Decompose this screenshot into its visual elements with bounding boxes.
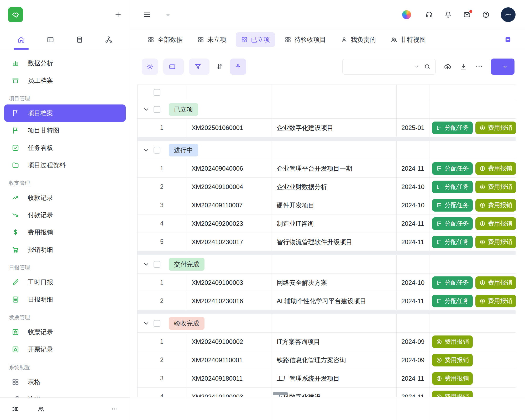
sidebar-item[interactable]: 任务看板	[4, 139, 126, 156]
users-icon	[37, 405, 45, 413]
upload-icon[interactable]	[444, 63, 452, 71]
sidebar-item[interactable]: 开票记录	[4, 341, 126, 358]
view-tab[interactable]: 全部数据	[142, 32, 188, 47]
assign-task-button[interactable]: 分配任务	[432, 199, 473, 212]
add-data-button[interactable]	[491, 59, 514, 75]
expense-button[interactable]: 费用报销	[475, 181, 516, 193]
sidebar-item[interactable]: 日报明细	[4, 291, 126, 308]
group-checkbox[interactable]	[154, 261, 160, 268]
view-tab[interactable]: 待验收项目	[279, 32, 331, 47]
chevron-down-icon[interactable]	[143, 146, 150, 154]
group-header-row: 验收完成	[137, 314, 516, 333]
avatar[interactable]	[501, 7, 516, 22]
expense-button[interactable]: 费用报销	[475, 236, 516, 248]
assign-task-button[interactable]: 分配任务	[432, 276, 473, 289]
board-icon	[12, 144, 19, 152]
download-icon[interactable]	[459, 63, 467, 71]
select-all-checkbox[interactable]	[154, 89, 160, 96]
table-row[interactable]: 2XM202409100004企业业财数据分析2024-10分配任务费用报销	[137, 178, 516, 196]
sidebar-item[interactable]: 收款记录	[4, 189, 126, 206]
assign-task-button[interactable]: 分配任务	[432, 162, 473, 175]
ai-assistant-button[interactable]	[402, 10, 414, 19]
project-code-cell: XM202410230017	[186, 233, 271, 251]
create-view-button[interactable]	[505, 36, 514, 43]
table-row[interactable]: 3XM202409110007硬件开发项目2024-10分配任务费用报销	[137, 196, 516, 214]
sidebar-item[interactable]: 员工档案	[4, 72, 126, 89]
filter-button[interactable]	[189, 59, 209, 75]
expense-button[interactable]: 费用报销	[475, 295, 516, 307]
sidebar-footer	[0, 397, 130, 420]
sidebar-item[interactable]: 费用报销	[4, 224, 126, 241]
chevron-down-icon[interactable]	[143, 261, 150, 268]
table-row[interactable]: 5XM202410230017智行物流管理软件升级项目2024-11分配任务费用…	[137, 233, 516, 251]
sidebar-item[interactable]: 表格	[4, 373, 126, 391]
table-row[interactable]: 1XM202501060001企业数字化建设项目2025-01分配任务费用报销	[137, 119, 516, 137]
assign-task-button[interactable]: 分配任务	[432, 122, 473, 134]
expense-button[interactable]: 费用报销	[475, 122, 516, 134]
sidebar-header	[0, 0, 130, 29]
table-row[interactable]: 1XM202409040006企业管理平台开发项目一期2024-11分配任务费用…	[137, 159, 516, 178]
pin-button[interactable]	[230, 59, 246, 75]
manage-button[interactable]	[12, 405, 23, 413]
assign-task-button[interactable]: 分配任务	[432, 217, 473, 230]
footer-cell	[271, 397, 396, 420]
expense-button[interactable]: 费用报销	[475, 162, 516, 175]
assign-task-button[interactable]: 分配任务	[432, 295, 473, 307]
sidebar-item[interactable]: 数据分析	[4, 55, 126, 72]
add-workspace-icon[interactable]	[114, 11, 122, 19]
expense-button[interactable]: 费用报销	[432, 372, 473, 385]
search-box[interactable]	[342, 59, 436, 75]
sidebar-item[interactable]: 付款记录	[4, 206, 126, 224]
sidebar-tab-home[interactable]	[7, 29, 36, 50]
sidebar-item[interactable]: 收票记录	[4, 323, 126, 341]
sidebar-tab-org[interactable]	[94, 29, 123, 50]
table-title-dropdown[interactable]	[161, 12, 171, 18]
sort-button[interactable]	[215, 63, 225, 71]
more-actions-icon[interactable]	[475, 63, 483, 71]
expense-button[interactable]: 费用报销	[475, 217, 516, 230]
expense-button[interactable]: 费用报销	[432, 354, 473, 366]
mail-button[interactable]	[463, 11, 471, 19]
hidden-fields-button[interactable]	[163, 59, 184, 75]
table-row[interactable]: 4XM202409200023制造业IT咨询2024-11分配任务费用报销	[137, 214, 516, 233]
chevron-down-icon[interactable]	[143, 320, 150, 327]
view-tab[interactable]: 未立项	[192, 32, 232, 47]
table-row[interactable]: 3XM202409180011工厂管理系统开发项目2024-11费用报销	[137, 369, 516, 388]
group-checkbox[interactable]	[154, 147, 160, 154]
view-settings-button[interactable]	[142, 59, 158, 75]
expense-button[interactable]: 费用报销	[432, 335, 473, 348]
assign-task-button[interactable]: 分配任务	[432, 181, 473, 193]
view-tab[interactable]: 已立项	[236, 32, 275, 47]
sidebar-item[interactable]: 报销明细	[4, 241, 126, 258]
chevron-down-icon[interactable]	[143, 106, 150, 113]
expense-button[interactable]: 费用报销	[475, 276, 516, 289]
view-tab[interactable]: 我负责的	[335, 32, 381, 47]
collapse-sidebar-icon[interactable]	[143, 10, 151, 19]
question-button[interactable]	[482, 11, 490, 19]
chevron-down-icon	[165, 12, 171, 18]
table-row[interactable]: 2XM202409110001铁路信息化管理方案咨询2024-09费用报销	[137, 351, 516, 369]
group-status-badge: 已立项	[169, 103, 198, 116]
view-tab[interactable]: 甘特视图	[385, 32, 431, 47]
search-input[interactable]	[348, 63, 410, 70]
members-button[interactable]	[37, 405, 48, 413]
chevron-down-icon[interactable]	[414, 64, 420, 70]
table-row[interactable]: 1XM202409100003网络安全解决方案2024-10分配任务费用报销	[137, 274, 516, 292]
sidebar-tab-document[interactable]	[65, 29, 94, 50]
expense-button[interactable]: 费用报销	[475, 199, 516, 212]
sidebar-item[interactable]: 项目甘特图	[4, 122, 126, 139]
sidebar-item[interactable]: 工时日报	[4, 274, 126, 291]
headset-button[interactable]	[425, 11, 433, 19]
horizontal-scrollbar-thumb[interactable]	[273, 392, 288, 395]
table-row[interactable]: 2XM202410230016AI 辅助个性化学习平台建设项目2024-11分配…	[137, 292, 516, 310]
group-checkbox[interactable]	[154, 320, 160, 327]
group-checkbox[interactable]	[154, 106, 160, 113]
bell-button[interactable]	[444, 11, 452, 19]
sidebar-tab-table[interactable]	[36, 29, 65, 50]
sidebar-item[interactable]: 项目过程资料	[4, 156, 126, 174]
more-options-icon[interactable]	[111, 405, 118, 413]
table-row[interactable]: 1XM202409100002IT方案咨询项目2024-09费用报销	[137, 333, 516, 351]
sidebar-item[interactable]: 项目档案	[4, 104, 126, 122]
assign-task-button[interactable]: 分配任务	[432, 236, 473, 248]
search-icon[interactable]	[424, 63, 431, 70]
